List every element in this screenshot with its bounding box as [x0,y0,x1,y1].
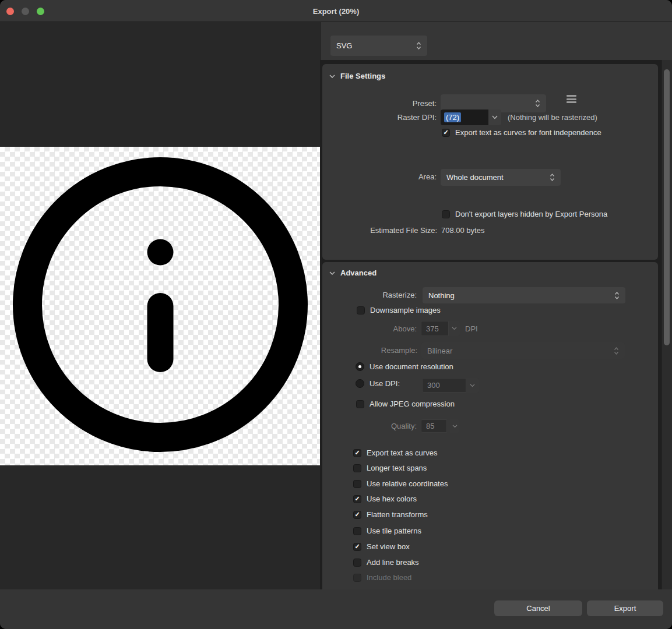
checkbox-use-hex-colors[interactable]: ✓ Use hex colors [353,494,417,503]
check-icon: ✓ [354,511,360,518]
cancel-button[interactable]: Cancel [494,600,582,616]
raster-dpi-value: (72) [444,112,461,122]
title-bar[interactable]: Export (20%) [0,0,672,22]
export-button[interactable]: Export [587,600,663,616]
radio-label: Use document resolution [370,362,453,371]
checkbox-set-view-box[interactable]: ✓ Set view box [353,542,410,551]
preview-pane[interactable] [0,22,320,589]
raster-dpi-label: Raster DPI: [322,113,437,122]
format-select[interactable]: SVG [330,36,427,56]
file-settings-section: File Settings Preset: Raster DPI: (72) [322,64,658,260]
format-bar: SVG [320,22,672,60]
preset-label: Preset: [322,99,437,108]
checkbox-label: Add line breaks [367,558,419,567]
check-icon: ✓ [443,129,448,136]
radio-circle [356,362,364,371]
checkbox-box: ✓ [353,574,361,582]
rasterize-label: Rasterize: [322,291,417,300]
checkbox-box: ✓ [442,129,450,137]
transparency-checkerboard [0,147,320,465]
checkbox-label: Longer text spans [367,464,427,472]
quality-value: 85 [426,422,434,430]
checkbox-box: ✓ [353,464,361,472]
checkbox-label: Don't export layers hidden by Export Per… [455,210,607,218]
resample-label: Resample: [322,346,417,355]
checkbox-box: ✓ [353,495,361,503]
chevron-down-icon [452,425,458,428]
check-icon: ✓ [354,496,360,502]
above-dpi-input[interactable]: 375 [421,321,449,336]
quality-label: Quality: [322,422,417,431]
radio-label: Use DPI: [370,379,400,388]
file-settings-header[interactable]: File Settings [329,72,385,80]
quality-input[interactable]: 85 [421,419,447,433]
checkbox-box: ✓ [353,543,361,551]
estimated-size-value: 708.00 bytes [441,226,484,235]
checkbox-box: ✓ [357,306,365,314]
raster-dpi-dropdown-button[interactable] [488,109,501,125]
checkbox-export-text-as-curves[interactable]: ✓ Export text as curves [353,448,437,457]
chevron-down-icon [452,327,457,330]
use-dpi-value: 300 [427,381,440,390]
preset-menu-icon[interactable] [567,95,576,103]
checkbox-add-line-breaks[interactable]: ✓ Add line breaks [353,558,419,567]
checkbox-box: ✓ [353,480,361,488]
radio-circle [356,379,364,388]
use-dpi-dropdown-button[interactable] [466,378,479,393]
settings-scroll-area[interactable]: File Settings Preset: Raster DPI: (72) [320,60,672,589]
checkbox-label: Set view box [367,542,410,551]
checkbox-label: Use hex colors [367,494,417,503]
rasterize-select[interactable]: Nothing [423,287,625,303]
checkbox-label: Flatten transforms [367,510,428,519]
area-select-value: Whole document [446,173,550,182]
raster-dpi-note: (Nothing will be rasterized) [508,113,597,122]
checkbox-label: Include bleed [367,573,411,582]
checkbox-label: Use tile patterns [367,526,421,535]
checkbox-box: ✓ [353,527,361,535]
check-icon: ✓ [354,543,360,550]
raster-dpi-input[interactable]: (72) [441,109,488,125]
checkbox-flatten-transforms[interactable]: ✓ Flatten transforms [353,510,428,519]
above-label: Above: [322,324,417,334]
window-title: Export (20%) [0,0,672,22]
updown-chevrons-icon [614,291,620,300]
checkbox-downsample-images[interactable]: ✓ Downsample images [357,306,441,314]
dialog-footer: Cancel Export [0,589,672,629]
chevron-down-icon [470,384,475,387]
checkbox-include-bleed[interactable]: ✓ Include bleed [353,573,411,582]
checkbox-label: Export text as curves [367,448,437,457]
checkbox-export-text-curves-font[interactable]: ✓ Export text as curves for font indepen… [442,128,601,137]
scrollbar-thumb[interactable] [664,69,670,345]
chevron-down-icon [492,115,498,119]
section-title: Advanced [340,268,377,277]
advanced-header[interactable]: Advanced [329,268,377,277]
checkbox-box: ✓ [356,400,364,408]
checkbox-allow-jpeg-compression[interactable]: ✓ Allow JPEG compression [356,400,455,408]
above-dpi-unit: DPI [465,324,483,334]
checkbox-dont-export-hidden[interactable]: ✓ Don't export layers hidden by Export P… [442,210,607,218]
section-title: File Settings [340,72,385,80]
radio-use-dpi[interactable]: Use DPI: [356,379,400,388]
scrollbar-track[interactable] [661,60,672,589]
updown-chevrons-icon [550,173,555,182]
checkbox-box: ✓ [353,511,361,519]
checkbox-box: ✓ [442,210,450,218]
checkbox-use-relative-coordinates[interactable]: ✓ Use relative coordinates [353,479,448,488]
checkbox-longer-text-spans[interactable]: ✓ Longer text spans [353,464,427,472]
format-select-value: SVG [336,41,416,50]
info-icon-artwork [0,147,320,465]
checkbox-box: ✓ [353,559,361,567]
updown-chevrons-icon [416,41,421,50]
check-icon: ✓ [354,450,360,456]
area-select[interactable]: Whole document [441,169,561,186]
quality-dropdown-button[interactable] [450,419,459,433]
resample-select[interactable]: Bilinear [421,342,625,359]
chevron-down-icon [329,75,335,78]
estimated-size-label: Estimated File Size: [322,226,437,235]
above-dpi-dropdown-button[interactable] [449,321,460,336]
use-dpi-input[interactable]: 300 [422,378,466,393]
checkbox-label: Downsample images [370,306,441,314]
checkbox-use-tile-patterns[interactable]: ✓ Use tile patterns [353,526,421,535]
resample-select-value: Bilinear [427,347,614,355]
radio-use-document-resolution[interactable]: Use document resolution [356,362,453,371]
